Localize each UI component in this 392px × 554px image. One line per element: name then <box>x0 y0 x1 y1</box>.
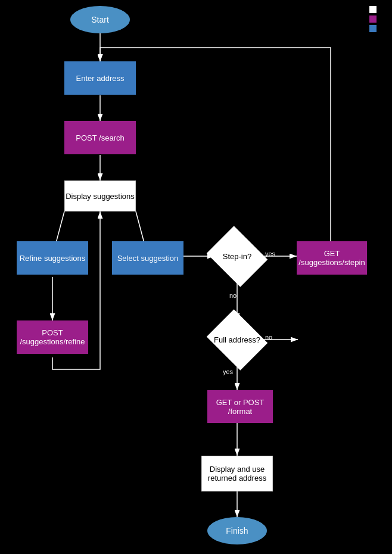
arrows-svg <box>0 0 392 554</box>
yes2-label: yes <box>223 368 233 375</box>
display-returned-node: Display and use returned address <box>201 456 273 491</box>
post-search-node: POST /search <box>64 121 136 154</box>
start-node: Start <box>70 6 130 33</box>
select-suggestion-node: Select suggestion <box>112 241 183 275</box>
enter-address-node: Enter address <box>64 61 136 95</box>
yes1-label: yes <box>265 250 275 257</box>
display-suggestions-node: Display suggestions <box>64 180 136 211</box>
no2-label: no <box>265 334 272 341</box>
no1-label: no <box>229 292 237 299</box>
post-refine-node: POST /suggestions/refine <box>17 320 88 354</box>
get-format-node: GET or POST /format <box>207 390 273 423</box>
get-stepin-node: GET /suggestions/stepin <box>297 241 367 275</box>
refine-suggestions-node: Refine suggestions <box>17 241 88 275</box>
finish-node: Finish <box>207 517 267 544</box>
